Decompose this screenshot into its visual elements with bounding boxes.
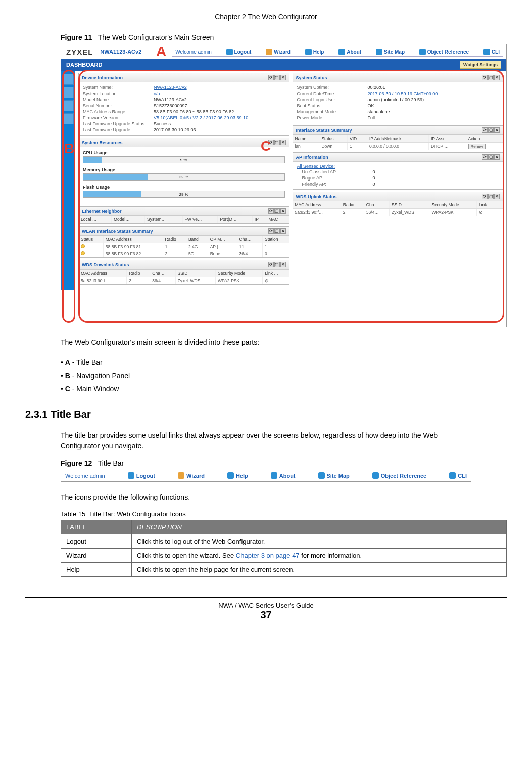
help-icon bbox=[305, 49, 312, 55]
guide-name: NWA / WAC Series User's Guide bbox=[25, 602, 507, 609]
sitemap-icon bbox=[376, 49, 382, 55]
f12-sitemap[interactable]: Site Map bbox=[318, 472, 350, 479]
f12-about[interactable]: About bbox=[271, 472, 296, 479]
page-footer: NWA / WAC Series User's Guide 37 bbox=[25, 597, 507, 621]
f12-welcome: Welcome admin bbox=[65, 473, 105, 479]
section-2-3-1-text: The title bar provides some useful links… bbox=[61, 430, 471, 452]
f12-help[interactable]: Help bbox=[227, 472, 248, 479]
help-icon bbox=[227, 472, 234, 479]
about-icon bbox=[271, 472, 277, 479]
objref-icon bbox=[372, 472, 379, 479]
table-header-row: LABEL DESCRIPTION bbox=[61, 520, 507, 534]
col-label: LABEL bbox=[61, 520, 132, 534]
title-bar: ZYXEL NWA1123-ACv2 Welcome admin Logout … bbox=[61, 44, 506, 59]
titlebar-links: Welcome admin Logout Wizard Help About S… bbox=[172, 47, 503, 57]
objref-icon bbox=[419, 49, 426, 55]
cli-icon bbox=[449, 472, 456, 479]
f12-wizard[interactable]: Wizard bbox=[178, 472, 205, 479]
main-screenshot: ZYXEL NWA1123-ACv2 Welcome admin Logout … bbox=[61, 44, 507, 327]
logout-link[interactable]: Logout bbox=[226, 49, 252, 55]
objref-link[interactable]: Object Reference bbox=[419, 49, 469, 55]
f12-logout[interactable]: Logout bbox=[128, 472, 155, 479]
wizard-icon bbox=[266, 49, 272, 55]
wizard-icon bbox=[178, 472, 184, 479]
page-number: 37 bbox=[25, 609, 507, 621]
col-desc: DESCRIPTION bbox=[132, 520, 507, 534]
section-2-3-1-heading: 2.3.1 Title Bar bbox=[25, 409, 507, 420]
figure11-label: Figure 11 bbox=[61, 33, 92, 41]
figure12-label: Figure 12 bbox=[61, 459, 92, 467]
f12-objref[interactable]: Object Reference bbox=[372, 472, 426, 479]
callout-ring-c bbox=[78, 70, 504, 323]
table15: LABEL DESCRIPTION Logout Click this to l… bbox=[61, 520, 507, 577]
parts-list: A - Title BarB - Navigation PanelC - Mai… bbox=[61, 355, 471, 396]
f12-cli[interactable]: CLI bbox=[449, 472, 467, 479]
figure12-caption: Figure 12 Title Bar bbox=[61, 459, 507, 467]
model-label: NWA1123-ACv2 bbox=[100, 49, 141, 55]
welcome-text: Welcome admin bbox=[175, 49, 212, 55]
figure12-text: Title Bar bbox=[98, 459, 124, 467]
figure11-caption: Figure 11 The Web Configurator's Main Sc… bbox=[61, 33, 507, 41]
chapter-link[interactable]: Chapter 3 on page 47 bbox=[236, 552, 300, 559]
logout-icon bbox=[128, 472, 134, 479]
table-row: Help Click this to open the help page fo… bbox=[61, 562, 507, 576]
dashboard-bar: DASHBOARD Widget Settings bbox=[61, 59, 506, 71]
about-link[interactable]: About bbox=[338, 49, 361, 55]
table-row: Wizard Click this to open the wizard. Se… bbox=[61, 548, 507, 562]
dashboard-label: DASHBOARD bbox=[66, 62, 103, 68]
logo: ZYXEL bbox=[61, 48, 98, 56]
intro-paragraph: The Web Configurator's main screen is di… bbox=[61, 337, 471, 348]
figure12-titlebar: Welcome admin Logout Wizard Help About S… bbox=[61, 470, 471, 482]
callout-ring-b bbox=[62, 70, 75, 323]
table-row: Logout Click this to log out of the Web … bbox=[61, 534, 507, 548]
cli-icon bbox=[483, 49, 490, 55]
chapter-header: Chapter 2 The Web Configurator bbox=[25, 13, 507, 21]
cli-link[interactable]: CLI bbox=[483, 49, 500, 55]
callout-a: A bbox=[156, 43, 166, 60]
icons-intro: The icons provide the following function… bbox=[61, 492, 471, 503]
widget-settings-button[interactable]: Widget Settings bbox=[460, 61, 501, 69]
sitemap-link[interactable]: Site Map bbox=[376, 49, 405, 55]
figure11-text: The Web Configurator's Main Screen bbox=[98, 33, 214, 41]
sitemap-icon bbox=[318, 472, 325, 479]
table15-caption: Table 15 Title Bar: Web Configurator Ico… bbox=[61, 510, 507, 518]
help-link[interactable]: Help bbox=[305, 49, 324, 55]
logout-icon bbox=[226, 49, 233, 55]
about-icon bbox=[338, 49, 345, 55]
wizard-link[interactable]: Wizard bbox=[266, 49, 291, 55]
